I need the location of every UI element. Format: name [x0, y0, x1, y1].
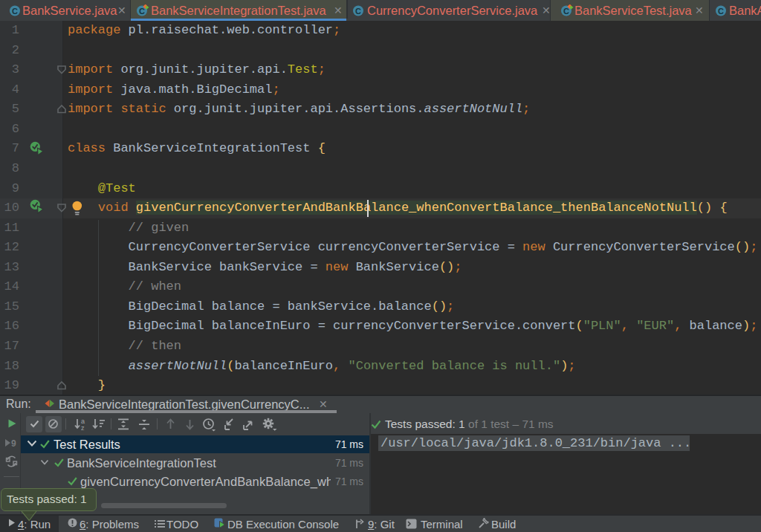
svg-text:C: C [718, 7, 724, 16]
svg-text:z: z [81, 424, 85, 431]
svg-text:9: 9 [11, 438, 16, 449]
svg-text:C: C [12, 7, 18, 16]
svg-text:C: C [563, 7, 569, 16]
svg-text:C: C [355, 7, 361, 16]
svg-text:C: C [139, 7, 145, 16]
